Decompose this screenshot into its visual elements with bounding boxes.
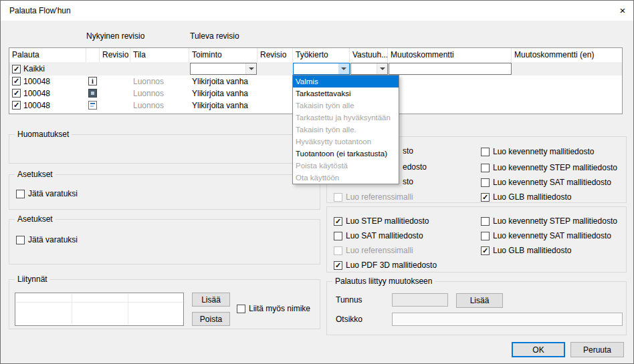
button-label: Lisää — [470, 296, 490, 305]
checkbox-label: Luo kevennetty STEP mallitiedosto — [493, 163, 617, 172]
luo-pdf3d-option[interactable]: Luo PDF 3D mallitiedosto — [334, 260, 437, 270]
select-all-checkbox[interactable] — [12, 65, 21, 73]
table-row-all: Kaikki — [9, 62, 622, 75]
checkbox-label: Luo PDF 3D mallitiedosto — [346, 260, 437, 270]
workflow-option[interactable]: Tarkastettavaksi — [293, 87, 399, 100]
tunnus-input[interactable] — [392, 293, 448, 307]
current-revision-label: Nykyinen revisio — [86, 31, 144, 41]
liita-myos-nimike-option[interactable]: Liitä myös nimike — [237, 304, 310, 313]
partially-hidden-option-text: sto — [403, 146, 413, 156]
poista-button[interactable]: Poista — [192, 312, 230, 326]
tila-cell: Luonnos — [133, 100, 164, 112]
row-checkbox[interactable] — [12, 77, 21, 85]
column-header-revisio-next: Revisio — [257, 48, 293, 62]
group-liitynnat: Liitynnät Lisää Poista Liitä myös nimike — [9, 279, 320, 329]
checkbox-label: Luo kevennetty SAT mallitiedosto — [493, 231, 611, 240]
luo-kevennetty-malli-checkbox[interactable] — [481, 148, 490, 156]
workflow-option: Poista käytöstä — [293, 160, 399, 172]
luo-kevennetty-sat-option-2[interactable]: Luo kevennetty SAT mallitiedosto — [481, 231, 611, 240]
column-header-palauta: Palauta — [9, 48, 86, 62]
luo-kevennetty-sat-checkbox[interactable] — [481, 232, 490, 240]
muutoskommentti-input[interactable] — [389, 63, 512, 75]
group-title: Palautus liittyy muutokseen — [332, 277, 435, 286]
checkbox-label: Luo SAT mallitiedosto — [346, 231, 423, 240]
checkbox-label: Luo GLB mallitiedosto — [493, 246, 571, 255]
luo-pdf3d-checkbox[interactable] — [334, 261, 342, 270]
peruuta-button[interactable]: Peruuta — [570, 342, 624, 357]
workflow-option[interactable]: Valmis — [293, 75, 399, 87]
column-header-revisio-current: Revisio — [100, 48, 130, 62]
ok-button[interactable]: OK — [512, 342, 565, 357]
lisaa-button[interactable]: Lisää — [192, 293, 230, 307]
chevron-down-icon — [245, 63, 256, 74]
workflow-option: Ota käyttöön — [293, 172, 399, 184]
checkbox-label: Luo kevennetty mallitiedosto — [493, 147, 594, 156]
luo-kevennetty-step-checkbox[interactable] — [481, 164, 490, 172]
workflow-option[interactable]: Tuotantoon (ei tarkastusta) — [293, 148, 399, 160]
button-label: Poista — [200, 315, 222, 324]
luo-kevennetty-sat-checkbox[interactable] — [481, 178, 490, 187]
liitynnat-listbox[interactable] — [15, 293, 184, 326]
dialog-title: Palauta Flow'hun — [9, 6, 71, 15]
luo-glb-checkbox[interactable] — [481, 193, 490, 202]
tyokierto-dropdown-list: Valmis Tarkastettavaksi Takaisin työn al… — [292, 75, 399, 184]
group-title: Asetukset — [15, 170, 56, 179]
column-header-muutoskommentti: Muutoskommentti — [388, 48, 512, 62]
toiminto-cell: Ylikirjoita vanha — [192, 75, 248, 87]
partially-hidden-option-text: edosto — [403, 162, 427, 172]
otsikko-input[interactable] — [392, 313, 623, 326]
toiminto-cell: Ylikirjoita vanha — [192, 100, 248, 112]
jata-varatuksi-option-2[interactable]: Jätä varatuksi — [16, 235, 78, 244]
luo-referenssimalli-option-2: Luo referenssimalli — [334, 246, 413, 255]
row-checkbox[interactable] — [12, 89, 21, 98]
chevron-down-icon — [377, 63, 387, 74]
workflow-option: Takaisin työn alle. — [293, 124, 399, 136]
luo-kevennetty-step-option[interactable]: Luo kevennetty STEP mallitiedosto — [481, 163, 617, 172]
tunnus-label: Tunnus — [336, 295, 362, 305]
toiminto-cell: Ylikirjoita vanha — [192, 87, 248, 100]
lisaa-muutos-button[interactable]: Lisää — [456, 293, 503, 308]
all-row-label: Kaikki — [23, 62, 45, 75]
jata-varatuksi-checkbox[interactable] — [16, 236, 25, 244]
group-asetukset-2: Asetukset Jätä varatuksi — [9, 219, 320, 264]
grid-line — [128, 294, 128, 325]
button-label: Lisää — [201, 295, 221, 305]
checkbox-label: Liitä myös nimike — [249, 304, 310, 313]
checkbox-label: Luo kevennetty STEP mallitiedosto — [493, 216, 617, 226]
luo-step-checkbox[interactable] — [334, 217, 342, 226]
luo-glb-option[interactable]: Luo GLB mallitiedosto — [481, 192, 571, 202]
group-title: Liitynnät — [15, 275, 50, 284]
row-checkbox[interactable] — [12, 101, 21, 110]
group-file-options-2: Luo STEP mallitiedosto Luo SAT mallitied… — [326, 206, 627, 272]
luo-referenssimalli-checkbox — [334, 193, 342, 202]
column-header-muutoskommentti-en: Muutoskommentti (en) — [512, 48, 622, 62]
toiminto-all-combo[interactable] — [190, 63, 257, 75]
group-title: Huomautukset — [15, 130, 72, 139]
item-id: 100048 — [23, 100, 50, 112]
title-bar: Palauta Flow'hun × — [1, 1, 633, 21]
luo-kevennetty-malli-option[interactable]: Luo kevennetty mallitiedosto — [481, 147, 594, 156]
tyokierto-combo[interactable] — [293, 63, 350, 75]
luo-glb-option-2[interactable]: Luo GLB mallitiedosto — [481, 246, 571, 255]
palauta-flowhun-dialog: Palauta Flow'hun × Nykyinen revisio Tule… — [0, 0, 634, 364]
luo-kevennetty-sat-option[interactable]: Luo kevennetty SAT mallitiedosto — [481, 178, 611, 187]
luo-glb-checkbox[interactable] — [481, 246, 490, 255]
button-label: Peruuta — [583, 345, 611, 355]
group-title: Asetukset — [15, 214, 56, 224]
jata-varatuksi-option-1[interactable]: Jätä varatuksi — [16, 189, 78, 198]
liita-myos-nimike-checkbox[interactable] — [237, 305, 245, 313]
tila-cell: Luonnos — [133, 75, 164, 87]
item-id: 100048 — [23, 87, 50, 100]
tila-cell: Luonnos — [133, 87, 164, 100]
luo-kevennetty-step-checkbox[interactable] — [481, 217, 490, 226]
vastuuhenkilo-combo[interactable] — [350, 63, 388, 75]
close-button[interactable]: × — [612, 1, 633, 21]
jata-varatuksi-checkbox[interactable] — [16, 190, 25, 198]
luo-kevennetty-step-option-2[interactable]: Luo kevennetty STEP mallitiedosto — [481, 216, 617, 226]
checkbox-label: Luo referenssimalli — [346, 192, 413, 202]
luo-sat-option[interactable]: Luo SAT mallitiedosto — [334, 231, 423, 240]
group-huomautukset: Huomautukset — [9, 134, 320, 164]
luo-step-option[interactable]: Luo STEP mallitiedosto — [334, 216, 429, 226]
luo-sat-checkbox[interactable] — [334, 232, 342, 240]
column-header-toiminto: Toiminto — [189, 48, 257, 62]
